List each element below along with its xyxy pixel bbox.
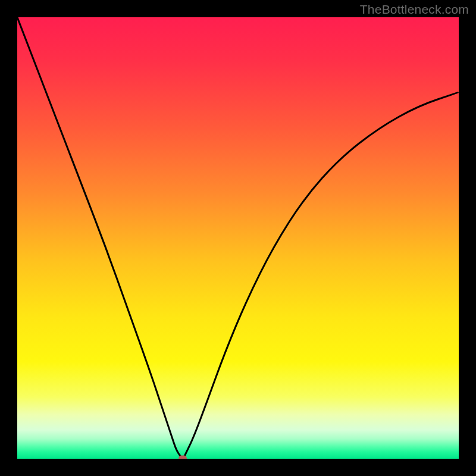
gradient-background bbox=[17, 17, 459, 459]
plot-area bbox=[17, 17, 459, 459]
chart-svg bbox=[17, 17, 459, 459]
optimal-point-marker bbox=[178, 456, 187, 459]
chart-frame: TheBottleneck.com bbox=[0, 0, 476, 476]
watermark-text: TheBottleneck.com bbox=[360, 2, 469, 17]
